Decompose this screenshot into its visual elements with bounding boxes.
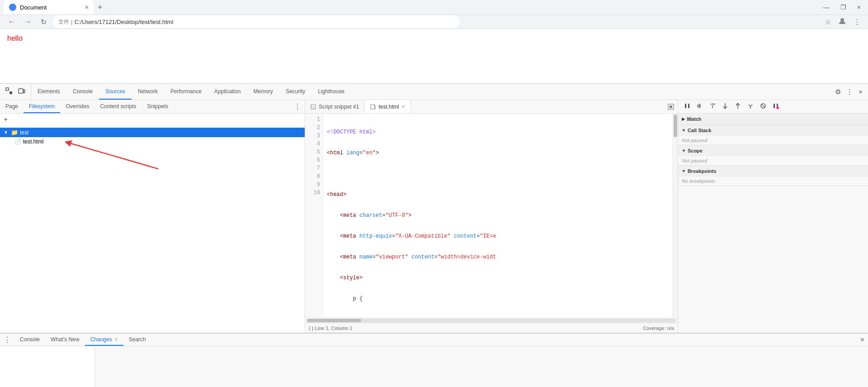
call-stack-header[interactable]: ▼ Call Stack	[678, 125, 868, 136]
tab-application[interactable]: Application	[208, 84, 247, 100]
code-line-5: <meta charset="UTF-8">	[327, 211, 669, 220]
vertical-scrollbar-thumb[interactable]	[674, 115, 677, 137]
browser-tab[interactable]: Document ×	[4, 0, 94, 14]
deactivate-breakpoints-button[interactable]	[758, 101, 769, 112]
step-over-button[interactable]	[707, 101, 718, 112]
subtab-page[interactable]: Page	[0, 100, 24, 113]
svg-line-16	[714, 104, 715, 105]
code-line-1: <!DOCTYPE html>	[327, 128, 669, 136]
tab-lighthouse[interactable]: Lighthouse	[311, 84, 351, 100]
bottom-inner: No changes	[0, 346, 868, 387]
hello-text: hello	[0, 29, 868, 48]
bottom-tabbar: ⋮ Console What's New Changes × Search ×	[0, 334, 868, 346]
scrollbar-thumb[interactable]	[307, 319, 361, 322]
tab-elements[interactable]: Elements	[31, 84, 66, 100]
editor-tab-test-html[interactable]: test.html ×	[365, 100, 410, 113]
subtab-snippets[interactable]: Snippets	[142, 100, 174, 113]
subtab-filesystem[interactable]: Filesystem	[24, 100, 60, 113]
close-bottom-panel-icon[interactable]: ×	[857, 334, 868, 346]
code-line-2: <html lang="en">	[327, 149, 669, 157]
step-button[interactable]	[745, 101, 756, 112]
reload-button[interactable]: ↻	[38, 16, 49, 28]
bottom-dots-icon[interactable]: ⋮	[0, 334, 14, 346]
subtab-overrides[interactable]: Overrides	[60, 100, 94, 113]
devtools-left-icons	[0, 84, 31, 100]
bottom-tab-changes[interactable]: Changes ×	[85, 334, 123, 346]
watch-arrow-icon: ▶	[682, 117, 685, 121]
add-folder-button[interactable]: +	[4, 115, 8, 124]
device-toolbar-icon[interactable]	[16, 86, 27, 98]
tab-bar: Document × +	[4, 0, 820, 14]
tab-sources[interactable]: Sources	[99, 84, 132, 100]
resume-button[interactable]	[694, 101, 705, 112]
debugger-sections: ▶ Watch ▼ Call Stack Not paused	[678, 114, 868, 333]
file-item-test-html[interactable]: 📄 test.html	[0, 137, 305, 146]
address-box[interactable]: 文件 | C:/Users/17121/Desktop/test/test.ht…	[53, 15, 460, 28]
editor-tab-snippet[interactable]: { } Script snippet #1	[305, 100, 365, 113]
more-options-icon[interactable]: ⋮	[844, 86, 855, 98]
snippet-icon: { }	[311, 104, 316, 110]
watch-section-header[interactable]: ▶ Watch	[678, 114, 868, 124]
svg-rect-2	[6, 88, 9, 91]
editor-vertical-scrollbar[interactable]	[672, 114, 678, 317]
bookmark-icon[interactable]: ☆	[823, 16, 833, 28]
svg-rect-12	[670, 105, 672, 108]
pause-on-exceptions-button[interactable]	[770, 101, 781, 112]
watch-label: Watch	[687, 116, 702, 122]
window-controls: — ❐ ×	[820, 2, 864, 13]
close-changes-tab-icon[interactable]: ×	[115, 336, 118, 343]
svg-rect-14	[688, 104, 689, 108]
address-bar: ← → ↻ 文件 | C:/Users/17121/Desktop/test/t…	[0, 15, 868, 29]
tab-console[interactable]: Console	[66, 84, 99, 100]
call-stack-section: ▼ Call Stack Not paused	[678, 125, 868, 145]
tab-memory[interactable]: Memory	[247, 84, 279, 100]
scrollbar-track[interactable]	[307, 319, 676, 322]
scope-header[interactable]: ▼ Scope	[678, 145, 868, 156]
devtools-bottom: ⋮ Console What's New Changes × Search × …	[0, 333, 868, 387]
step-into-button[interactable]	[720, 101, 731, 112]
subtabs-more-icon[interactable]: ⋮	[290, 100, 305, 113]
tab-network[interactable]: Network	[132, 84, 164, 100]
step-out-button[interactable]	[732, 101, 743, 112]
bottom-tab-search[interactable]: Search	[123, 334, 151, 346]
tab-performance[interactable]: Performance	[164, 84, 208, 100]
devtools-right-icons: ⚙ ⋮ ×	[830, 84, 868, 100]
devtools-main: Page Filesystem Overrides Content script…	[0, 100, 868, 333]
tab-security[interactable]: Security	[279, 84, 311, 100]
pause-button[interactable]	[682, 101, 693, 112]
bottom-tab-console[interactable]: Console	[14, 334, 45, 346]
breakpoints-arrow-icon: ▼	[682, 169, 686, 173]
folder-item-test[interactable]: ▼ 📁 test	[0, 128, 305, 137]
back-button[interactable]: ←	[5, 16, 18, 28]
scope-arrow-icon: ▼	[682, 148, 686, 153]
svg-rect-13	[685, 104, 686, 108]
new-tab-button[interactable]: +	[94, 1, 106, 14]
menu-icon[interactable]: ⋮	[852, 16, 863, 28]
svg-point-0	[10, 5, 15, 10]
maximize-button[interactable]: ❐	[837, 2, 850, 13]
subtab-content-scripts[interactable]: Content scripts	[94, 100, 142, 113]
inspect-element-icon[interactable]	[4, 86, 14, 98]
sources-subtabs: Page Filesystem Overrides Content script…	[0, 100, 305, 114]
devtools-topbar: Elements Console Sources Network Perform…	[0, 84, 868, 100]
close-editor-tab-icon[interactable]: ×	[402, 104, 405, 110]
bottom-tab-whats-new[interactable]: What's New	[45, 334, 85, 346]
forward-button[interactable]: →	[22, 16, 34, 28]
line-numbers: 1 2 3 4 5 6 7 8 9 10	[305, 114, 323, 317]
add-folder-bar: +	[0, 114, 305, 126]
close-window-button[interactable]: ×	[854, 2, 864, 13]
call-stack-arrow-icon: ▼	[682, 128, 686, 133]
close-devtools-icon[interactable]: ×	[857, 86, 864, 97]
svg-line-7	[68, 143, 158, 169]
call-stack-body: Not paused	[678, 136, 868, 145]
breakpoints-header[interactable]: ▼ Breakpoints	[678, 166, 868, 177]
address-separator: |	[71, 19, 72, 25]
svg-point-1	[840, 18, 844, 22]
close-tab-button[interactable]: ×	[85, 4, 89, 11]
code-content[interactable]: <!DOCTYPE html> <html lang="en"> <head> …	[323, 114, 672, 317]
editor-horizontal-scrollbar[interactable]	[305, 317, 678, 323]
expand-editor-icon[interactable]	[664, 100, 678, 113]
code-line-6: <meta http-equiv="X-UA-Compatible" conte…	[327, 232, 669, 240]
settings-icon[interactable]: ⚙	[833, 86, 843, 98]
minimize-button[interactable]: —	[820, 2, 833, 13]
